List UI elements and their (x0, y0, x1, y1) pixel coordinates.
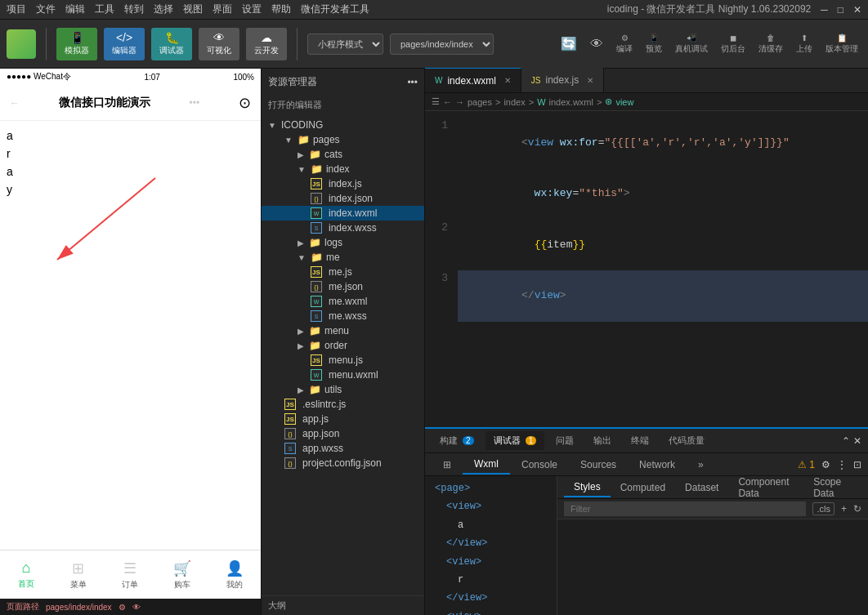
refresh-style-icon[interactable]: ↻ (853, 503, 861, 515)
tab-toolbar-icon[interactable]: ⊞ (432, 456, 463, 474)
tab-sources[interactable]: Sources (569, 456, 628, 474)
tree-file-eslint[interactable]: JS .eslintrc.js (262, 397, 424, 412)
tree-root[interactable]: ▼ ICODING (262, 118, 424, 132)
tree-file-menu-wxml[interactable]: W menu.wxml (262, 368, 424, 382)
tab-debugger[interactable]: 调试器 1 (485, 431, 545, 450)
visual-button[interactable]: 👁 可视化 (199, 28, 239, 60)
styles-tab-dataset[interactable]: Dataset (675, 479, 728, 497)
tree-file-menu-js[interactable]: JS menu.js (262, 353, 424, 368)
menu-item-file[interactable]: 文件 (36, 2, 56, 16)
tab-console[interactable]: Console (510, 456, 569, 474)
breadcrumb-back[interactable]: ← (443, 97, 452, 107)
open-editors-section[interactable]: 打开的编辑器 (262, 96, 424, 114)
collapse-icon[interactable]: ⌃ (842, 435, 850, 447)
tree-file-index-wxml[interactable]: W index.wxml (262, 206, 424, 221)
more-options-icon[interactable]: ⋮ (837, 459, 847, 470)
styles-filter-input[interactable] (564, 501, 806, 516)
styles-tab-scope[interactable]: Scope Data (803, 476, 861, 502)
menu-item-project[interactable]: 项目 (7, 2, 26, 16)
window-close[interactable]: ✕ (853, 4, 861, 16)
tree-folder-index[interactable]: ▼ 📁 index (262, 162, 424, 176)
tab-code-quality[interactable]: 代码质量 (660, 431, 713, 450)
menu-item-select[interactable]: 选择 (154, 2, 173, 16)
tab-close-icon[interactable]: ✕ (504, 76, 511, 85)
clear-button[interactable]: 🗑 清缓存 (755, 30, 786, 58)
tab-more-icon[interactable]: » (687, 456, 715, 474)
tab-index-js[interactable]: JS index.js ✕ (521, 68, 604, 92)
file-panel-more-icon[interactable]: ••• (407, 77, 418, 88)
tab-wxml[interactable]: Wxml (463, 455, 510, 475)
styles-tab-component[interactable]: Component Data (728, 476, 803, 502)
settings-icon[interactable]: ⚙ (821, 459, 830, 470)
tab-index-wxml[interactable]: W index.wxml ✕ (425, 68, 521, 92)
tab-build[interactable]: 构建 2 (432, 431, 482, 450)
version-button[interactable]: 📋 版本管理 (822, 30, 861, 58)
preview-button[interactable]: 📱 预览 (642, 30, 665, 58)
phone-back-icon[interactable]: ← (10, 97, 20, 109)
window-maximize[interactable]: □ (838, 4, 843, 16)
menu-item-view[interactable]: 视图 (183, 2, 203, 16)
tree-file-me-js[interactable]: JS me.js (262, 265, 424, 279)
debugger-button[interactable]: 🐛 调试器 (151, 28, 192, 60)
styles-tab-styles[interactable]: Styles (564, 478, 611, 497)
menu-item-goto[interactable]: 转到 (124, 2, 144, 16)
file-panel-footer[interactable]: 大纲 (262, 595, 424, 615)
compile-button[interactable]: ⚙ 编译 (613, 30, 636, 58)
upload-button[interactable]: ⬆ 上传 (793, 30, 816, 58)
tree-file-me-wxml[interactable]: W me.wxml (262, 294, 424, 309)
tree-folder-utils[interactable]: ▶ 📁 utils (262, 382, 424, 397)
breadcrumb-pages[interactable]: pages (468, 97, 492, 107)
real-debug-button[interactable]: 📲 真机调试 (672, 30, 711, 58)
eye-icon[interactable]: 👁 (587, 33, 606, 55)
tree-folder-me[interactable]: ▼ 📁 me (262, 250, 424, 265)
tree-file-project-config[interactable]: {} project.config.json (262, 456, 424, 470)
tree-folder-cats[interactable]: ▶ 📁 cats (262, 147, 424, 162)
sim-settings-icon[interactable]: ⚙ (119, 603, 126, 612)
mode-select[interactable]: 小程序模式 (307, 33, 383, 55)
tree-file-index-wxss[interactable]: S index.wxss (262, 221, 424, 235)
tree-file-me-json[interactable]: {} me.json (262, 279, 424, 294)
menu-item-help[interactable]: 帮助 (271, 2, 291, 16)
add-style-icon[interactable]: + (841, 503, 847, 515)
breadcrumb-forward[interactable]: → (455, 97, 464, 107)
backend-button[interactable]: ◼ 切后台 (718, 30, 749, 58)
tree-file-app-wxss[interactable]: S app.wxss (262, 441, 424, 456)
menu-item-tools[interactable]: 工具 (95, 2, 114, 16)
phone-tab-home[interactable]: ⌂ 首页 (0, 550, 52, 599)
sim-eye-icon[interactable]: 👁 (132, 603, 141, 612)
tab-close-icon[interactable]: ✕ (587, 76, 593, 85)
tree-folder-order[interactable]: ▶ 📁 order (262, 338, 424, 353)
breadcrumb-file[interactable]: index.wxml (549, 97, 593, 107)
tree-folder-logs[interactable]: ▶ 📁 logs (262, 235, 424, 250)
tab-issues[interactable]: 问题 (548, 431, 582, 450)
phone-menu-icon[interactable]: ••• (190, 97, 200, 109)
path-select[interactable]: pages/index/index (390, 33, 494, 55)
tree-file-me-wxss[interactable]: S me.wxss (262, 309, 424, 323)
menu-item-ui[interactable]: 界面 (213, 2, 232, 16)
tab-terminal[interactable]: 终端 (623, 431, 657, 450)
tree-file-app-js[interactable]: JS app.js (262, 412, 424, 426)
phone-tab-cart[interactable]: 🛒 购车 (156, 550, 208, 599)
tree-file-app-json[interactable]: {} app.json (262, 426, 424, 441)
refresh-icon[interactable]: 🔄 (557, 33, 580, 55)
phone-tab-mine[interactable]: 👤 我的 (208, 550, 261, 599)
breadcrumb-index[interactable]: index (503, 97, 525, 107)
menu-item-edit[interactable]: 编辑 (65, 2, 85, 16)
phone-tab-orders[interactable]: ☰ 订单 (105, 550, 157, 599)
tree-folder-pages[interactable]: ▼ 📁 pages (262, 132, 424, 147)
editor-button[interactable]: </> 编辑器 (104, 28, 145, 60)
tab-network[interactable]: Network (628, 456, 687, 474)
cls-button[interactable]: .cls (812, 502, 834, 515)
styles-tab-computed[interactable]: Computed (611, 479, 675, 497)
tree-file-index-js[interactable]: JS index.js (262, 176, 424, 191)
tree-file-index-json[interactable]: {} index.json (262, 191, 424, 206)
tree-folder-menu[interactable]: ▶ 📁 menu (262, 323, 424, 338)
phone-tab-menu[interactable]: ⊞ 菜单 (52, 550, 105, 599)
phone-record-icon[interactable]: ⊙ (239, 94, 251, 112)
detach-icon[interactable]: ⊡ (853, 459, 861, 470)
simulator-button[interactable]: 📱 模拟器 (56, 28, 97, 60)
close-panel-icon[interactable]: ✕ (853, 435, 861, 447)
code-editor[interactable]: 1 <view wx:for="{{[['a','r','r','a','y']… (425, 111, 868, 427)
tab-output[interactable]: 输出 (585, 431, 620, 450)
menu-item-settings[interactable]: 设置 (242, 2, 262, 16)
